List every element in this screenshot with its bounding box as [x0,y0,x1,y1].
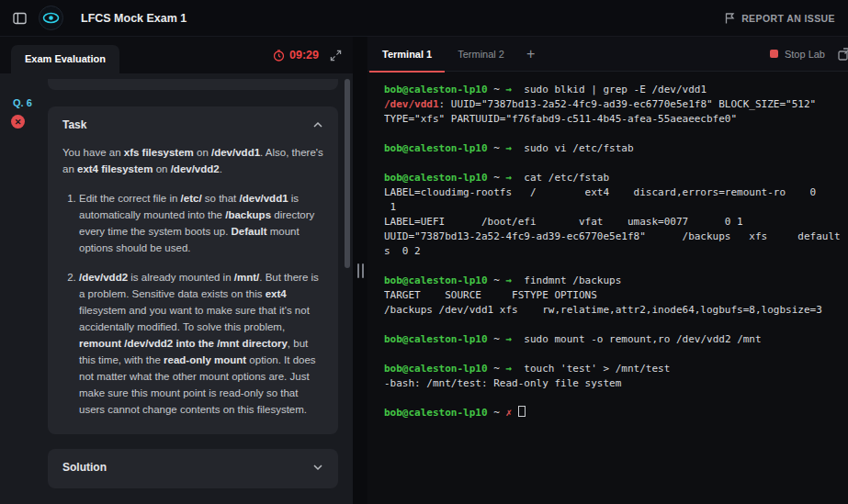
terminal-line [384,347,846,362]
stop-icon [770,50,778,58]
tab-terminal-2[interactable]: Terminal 2 [445,37,517,72]
terminal-panel: Terminal 1 Terminal 2 + Stop Lab bob@cal… [367,37,848,504]
report-issue-button[interactable]: REPORT AN ISSUE [724,12,835,24]
terminal-line: bob@caleston-lp10 ~ → sudo vi /etc/fstab [384,141,846,156]
solution-card: Solution [48,449,338,488]
chevron-down-icon[interactable] [312,464,323,471]
terminal-line: /backups /dev/vdd1 xfs rw,relatime,attr2… [384,303,846,318]
terminal-output[interactable]: bob@caleston-lp10 ~ → sudo blkid | grep … [367,72,848,504]
clock-icon [273,50,285,62]
terminal-line [384,156,846,171]
terminal-line: bob@caleston-lp10 ~ → touch 'test' > /mn… [384,362,846,376]
scrollbar-thumb[interactable] [345,79,350,268]
tab-exam-evaluation[interactable]: Exam Evaluation [11,45,119,73]
question-number: Q. 6 [11,97,32,108]
expand-panel-icon[interactable] [330,50,342,62]
terminal-cursor [518,406,526,417]
terminal-line: LABEL=UEFI /boot/efi vfat umask=0077 0 1 [384,215,846,230]
incorrect-status-icon: ✕ [11,115,25,129]
terminal-line: UUID="7387bd13-2a52-4fc9-ad39-ec6770e5e1… [384,230,846,244]
stop-lab-label: Stop Lab [785,49,825,60]
terminal-line: bob@caleston-lp10 ~ → sudo blkid | grep … [384,83,846,97]
terminal-line: 1 [384,200,846,215]
resize-handle-icon[interactable] [357,263,364,278]
task-list: Edit the correct file in /etc/ so that /… [62,190,323,418]
solution-card-title: Solution [62,461,107,474]
question-cards: Task You have an xfs filesystem on /dev/… [48,79,338,504]
terminal-line: TYPE="xfs" PARTUUID="f76fabd9-c511-4b45-… [384,112,846,127]
task-list-item: Edit the correct file in /etc/ so that /… [79,190,323,256]
chevron-up-icon[interactable] [312,121,323,129]
terminal-line [384,391,846,406]
terminal-line: -bash: /mnt/test: Read-only file system [384,376,846,391]
terminal-line: bob@caleston-lp10 ~ ✗ [384,406,846,420]
main-split: Exam Evaluation 09:29 Q. 6 [0,37,848,504]
pane-resize-divider[interactable] [353,37,367,504]
add-terminal-tab-button[interactable]: + [517,46,544,62]
terminal-line: bob@caleston-lp10 ~ → sudo mount -o remo… [384,332,846,347]
terminal-line: bob@caleston-lp10 ~ → findmnt /backups [384,274,846,288]
terminal-line: TARGET SOURCE FSTYPE OPTIONS [384,288,846,303]
terminal-line [384,127,846,141]
task-card-header[interactable]: Task [62,118,323,131]
task-list-item: /dev/vdd2 is already mounted in /mnt/. B… [79,269,323,418]
previous-card-edge[interactable] [48,79,338,90]
task-card-title: Task [62,118,86,131]
timer-value: 09:29 [289,49,319,62]
terminal-line [384,318,846,332]
report-issue-label: REPORT AN ISSUE [741,13,835,24]
terminal-line: LABEL=cloudimg-rootfs / ext4 discard,err… [384,185,846,200]
exam-panel: Exam Evaluation 09:29 Q. 6 [0,37,353,504]
exam-panel-tabbar: Exam Evaluation 09:29 [0,37,353,73]
tab-terminal-1[interactable]: Terminal 1 [369,37,445,72]
task-intro: You have an xfs filesystem on /dev/vdd1.… [62,144,323,177]
app-window: LFCS Mock Exam 1 REPORT AN ISSUE Exam Ev… [0,0,848,504]
stop-lab-button[interactable]: Stop Lab [770,49,825,60]
terminal-actions: Stop Lab [770,48,848,61]
flag-icon [724,12,735,24]
sidebar-toggle-icon[interactable] [13,12,27,25]
exam-timer: 09:29 [273,49,319,62]
question-gutter: Q. 6 ✕ [11,79,48,504]
topbar: LFCS Mock Exam 1 REPORT AN ISSUE [0,0,848,37]
brand-logo[interactable] [39,6,63,30]
terminal-line [384,259,846,274]
terminal-line: /dev/vdd1: UUID="7387bd13-2a52-4fc9-ad39… [384,97,846,112]
solution-card-header[interactable]: Solution [62,461,323,474]
terminal-line: s 0 2 [384,244,846,259]
task-body: You have an xfs filesystem on /dev/vdd1.… [62,144,323,418]
task-card: Task You have an xfs filesystem on /dev/… [48,106,338,434]
page-title: LFCS Mock Exam 1 [81,12,187,25]
exam-scroll-area: Q. 6 ✕ Task You have an xfs filesys [0,73,353,504]
terminal-line: bob@caleston-lp10 ~ → cat /etc/fstab [384,171,846,185]
terminal-tabbar: Terminal 1 Terminal 2 + Stop Lab [367,37,848,72]
open-in-new-window-icon[interactable] [838,48,848,61]
